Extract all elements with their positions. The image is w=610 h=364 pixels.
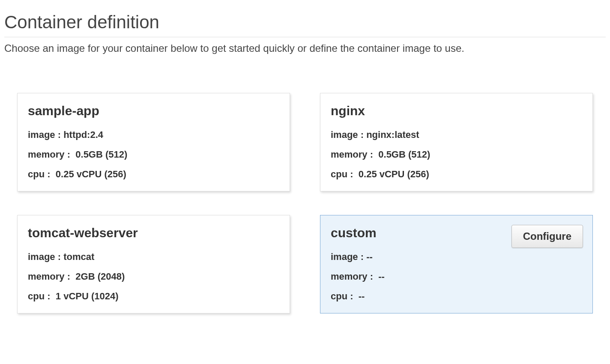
cpu-value: 0.25 vCPU (256) (359, 169, 429, 179)
page-title: Container definition (4, 4, 606, 37)
card-memory-row: memory : 0.5GB (512) (331, 149, 582, 160)
card-title: nginx (331, 104, 582, 118)
cpu-label: cpu : (331, 291, 353, 301)
cpu-value: 0.25 vCPU (256) (56, 169, 126, 179)
image-value: nginx:latest (366, 129, 419, 140)
card-cpu-row: cpu : 1 vCPU (1024) (28, 291, 279, 302)
card-image-row: image : tomcat (28, 251, 279, 263)
cards-grid: sample-app image : httpd:2.4 memory : 0.… (4, 93, 606, 313)
card-memory-row: memory : -- (331, 271, 582, 282)
card-title: sample-app (28, 104, 279, 118)
cpu-value: 1 vCPU (1024) (56, 291, 119, 301)
memory-value: -- (378, 271, 385, 282)
memory-label: memory : (331, 271, 373, 282)
container-card-sample-app[interactable]: sample-app image : httpd:2.4 memory : 0.… (17, 93, 290, 191)
memory-label: memory : (28, 271, 70, 282)
container-card-custom[interactable]: Configure custom image : -- memory : -- … (320, 215, 593, 313)
memory-value: 2GB (2048) (75, 271, 125, 282)
memory-label: memory : (28, 149, 70, 160)
card-memory-row: memory : 0.5GB (512) (28, 149, 279, 160)
memory-value: 0.5GB (512) (378, 149, 430, 160)
card-memory-row: memory : 2GB (2048) (28, 271, 279, 282)
card-cpu-row: cpu : 0.25 vCPU (256) (331, 169, 582, 180)
container-card-nginx[interactable]: nginx image : nginx:latest memory : 0.5G… (320, 93, 593, 191)
image-label: image : (28, 129, 61, 140)
image-value: httpd:2.4 (63, 129, 103, 140)
container-card-tomcat-webserver[interactable]: tomcat-webserver image : tomcat memory :… (17, 215, 290, 313)
image-label: image : (331, 251, 364, 262)
image-label: image : (28, 251, 61, 262)
card-title: tomcat-webserver (28, 226, 279, 240)
cpu-label: cpu : (28, 169, 51, 179)
configure-button[interactable]: Configure (511, 225, 583, 248)
cpu-value: -- (359, 291, 365, 301)
image-value: -- (366, 251, 373, 262)
card-cpu-row: cpu : 0.25 vCPU (256) (28, 169, 279, 180)
memory-value: 0.5GB (512) (75, 149, 127, 160)
image-label: image : (331, 129, 364, 140)
memory-label: memory : (331, 149, 373, 160)
card-image-row: image : nginx:latest (331, 129, 582, 140)
card-image-row: image : httpd:2.4 (28, 129, 279, 140)
image-value: tomcat (63, 251, 94, 262)
card-cpu-row: cpu : -- (331, 291, 582, 302)
cpu-label: cpu : (28, 291, 51, 301)
cpu-label: cpu : (331, 169, 353, 179)
card-image-row: image : -- (331, 251, 582, 263)
page-description: Choose an image for your container below… (4, 42, 606, 54)
